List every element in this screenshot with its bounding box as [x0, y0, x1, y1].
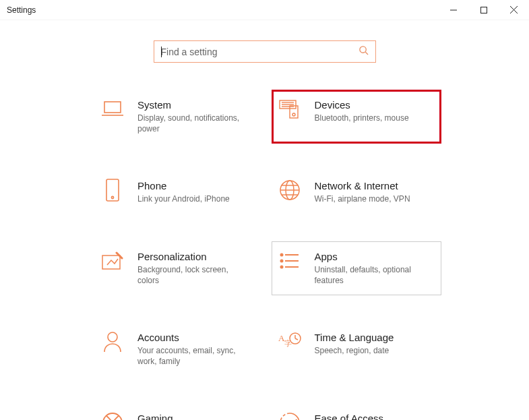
tile-title: Apps: [315, 251, 429, 262]
close-button[interactable]: [499, 0, 529, 20]
tile-time-language[interactable]: A 字 Time & Language Speech, region, date: [272, 322, 442, 376]
tile-gaming[interactable]: Gaming Xbox Game Bar, captures, Game: [94, 403, 265, 420]
tile-apps[interactable]: Apps Uninstall, defaults, optional featu…: [272, 241, 442, 295]
time-language-icon: A 字: [278, 330, 301, 353]
search-input[interactable]: [161, 47, 369, 57]
tile-ease-of-access[interactable]: Ease of Access Narrator, magnifier, high: [272, 403, 442, 420]
xbox-icon: [101, 411, 124, 420]
svg-rect-6: [104, 102, 121, 113]
settings-grid: System Display, sound, notifications, po…: [0, 90, 529, 420]
ease-of-access-icon: [278, 411, 301, 420]
svg-rect-14: [106, 179, 119, 201]
svg-rect-21: [102, 256, 120, 269]
maximize-button[interactable]: [468, 0, 499, 20]
globe-icon: [278, 179, 301, 202]
tile-title: Phone: [137, 180, 230, 191]
tile-devices[interactable]: Devices Bluetooth, printers, mouse: [272, 90, 442, 144]
search-icon: [359, 45, 369, 58]
minimize-button[interactable]: [438, 0, 468, 20]
svg-point-34: [103, 413, 122, 420]
svg-text:字: 字: [284, 339, 292, 347]
svg-point-24: [280, 260, 282, 262]
svg-point-15: [111, 197, 113, 199]
tile-subtitle: Speech, region, date: [315, 345, 394, 356]
title-bar: Settings: [0, 0, 529, 20]
list-icon: [278, 249, 301, 272]
search-box[interactable]: [154, 40, 376, 63]
devices-icon: [278, 98, 301, 121]
tile-subtitle: Uninstall, defaults, optional features: [315, 264, 429, 286]
svg-point-22: [280, 253, 282, 256]
person-icon: [101, 330, 124, 353]
tile-phone[interactable]: Phone Link your Android, iPhone: [94, 171, 265, 214]
tile-subtitle: Background, lock screen, colors: [137, 264, 252, 286]
tile-subtitle: Link your Android, iPhone: [137, 193, 230, 204]
svg-point-13: [292, 113, 295, 116]
svg-line-5: [365, 52, 368, 55]
tile-title: Time & Language: [315, 332, 394, 343]
paintbrush-icon: [101, 249, 124, 272]
tile-system[interactable]: System Display, sound, notifications, po…: [94, 90, 265, 144]
svg-line-33: [295, 338, 298, 340]
tile-personalization[interactable]: Personalization Background, lock screen,…: [94, 241, 265, 295]
tile-title: Network & Internet: [315, 180, 410, 191]
tile-accounts[interactable]: Accounts Your accounts, email, sync, wor…: [94, 322, 265, 376]
tile-title: Gaming: [137, 413, 252, 420]
window-title: Settings: [7, 5, 36, 15]
svg-point-4: [359, 47, 365, 53]
text-cursor: [161, 47, 162, 57]
svg-rect-1: [480, 7, 487, 13]
window-controls: [438, 0, 529, 20]
tile-subtitle: Your accounts, email, sync, work, family: [137, 345, 252, 367]
tile-title: Accounts: [137, 332, 252, 343]
svg-point-28: [108, 332, 117, 342]
tile-title: System: [137, 99, 252, 111]
tile-title: Devices: [315, 99, 409, 111]
search-area: [0, 20, 529, 90]
phone-icon: [101, 179, 124, 202]
tile-network[interactable]: Network & Internet Wi-Fi, airplane mode,…: [272, 171, 442, 214]
tile-subtitle: Wi-Fi, airplane mode, VPN: [315, 193, 410, 204]
tile-title: Ease of Access: [315, 413, 401, 420]
laptop-icon: [101, 98, 124, 121]
svg-point-26: [280, 266, 282, 268]
tile-title: Personalization: [137, 251, 252, 262]
tile-subtitle: Display, sound, notifications, power: [137, 113, 252, 134]
tile-subtitle: Bluetooth, printers, mouse: [315, 113, 409, 123]
